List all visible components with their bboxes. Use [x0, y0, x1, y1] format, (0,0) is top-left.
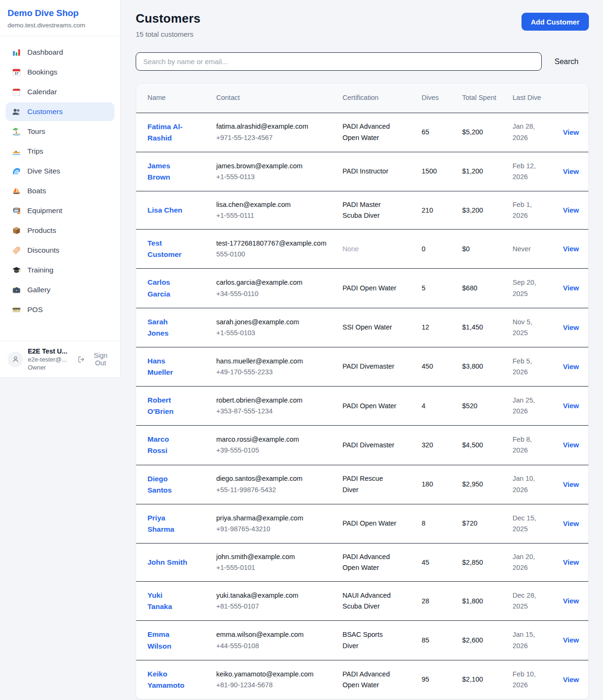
- view-customer-link[interactable]: View: [563, 128, 579, 136]
- search-input[interactable]: [136, 52, 542, 71]
- customer-name-link[interactable]: John Smith: [147, 557, 187, 568]
- shop-domain: demo.test.divestreams.com: [8, 22, 113, 29]
- sidebar-item-equipment[interactable]: Equipment: [6, 201, 114, 220]
- customer-email: marco.rossi@example.com: [216, 434, 336, 445]
- sidebar-item-dashboard[interactable]: Dashboard: [6, 43, 114, 62]
- view-customer-link[interactable]: View: [563, 206, 579, 214]
- customer-name-link[interactable]: Yuki Tanaka: [147, 590, 188, 612]
- training-icon: [12, 265, 21, 275]
- view-customer-link[interactable]: View: [563, 675, 579, 684]
- person-icon: [11, 355, 20, 363]
- customer-name-link[interactable]: James Brown: [147, 160, 188, 183]
- view-customer-link[interactable]: View: [563, 284, 579, 292]
- view-customer-link[interactable]: View: [563, 245, 579, 253]
- last-dive-date: Jan 15, 2026: [513, 629, 543, 651]
- sidebar-item-pos[interactable]: POS: [6, 300, 114, 319]
- customer-name-link[interactable]: Carlos Garcia: [147, 277, 188, 299]
- sidebar-item-label: Training: [27, 266, 53, 274]
- customer-name-link[interactable]: Diego Santos: [147, 473, 188, 496]
- customer-name-link[interactable]: Sarah Jones: [147, 316, 188, 339]
- view-customer-link[interactable]: View: [563, 441, 579, 449]
- customer-email: priya.sharma@example.com: [216, 513, 336, 524]
- last-dive-date: Feb 1, 2026: [513, 199, 543, 221]
- sidebar-item-calendar[interactable]: Calendar: [6, 82, 114, 101]
- sidebar-item-tours[interactable]: Tours: [6, 122, 114, 141]
- customer-phone: +1-555-0113: [216, 172, 336, 182]
- sidebar-item-label: Calendar: [27, 88, 57, 96]
- customer-phone: +971-55-123-4567: [216, 132, 336, 143]
- view-customer-link[interactable]: View: [563, 323, 579, 331]
- table-row: Diego Santosdiego.santos@example.com+55-…: [136, 465, 588, 504]
- customer-name-link[interactable]: Hans Mueller: [147, 355, 188, 378]
- last-dive-date: Jan 10, 2026: [513, 473, 543, 495]
- sidebar-item-bookings[interactable]: 17Bookings: [6, 63, 114, 82]
- customer-name-link[interactable]: Keiko Yamamoto: [147, 668, 188, 691]
- customer-phone: +34-555-0110: [216, 288, 336, 299]
- view-customer-link[interactable]: View: [563, 558, 579, 566]
- customer-phone: +1-555-0103: [216, 328, 336, 338]
- sidebar-item-dive-sites[interactable]: Dive Sites: [6, 162, 114, 181]
- products-icon: [12, 226, 21, 235]
- dives-count: 450: [422, 347, 462, 386]
- customer-name-link[interactable]: Lisa Chen: [147, 205, 182, 216]
- bookings-icon: 17: [12, 67, 21, 77]
- search-button[interactable]: Search: [542, 58, 589, 66]
- customer-phone: +39-555-0105: [216, 445, 336, 456]
- dives-count: 12: [422, 308, 462, 347]
- last-dive-date: Dec 15, 2025: [513, 513, 543, 535]
- customer-phone: +55-11-99876-5432: [216, 485, 336, 495]
- view-customer-link[interactable]: View: [563, 597, 579, 605]
- view-customer-link[interactable]: View: [563, 519, 579, 527]
- customer-name-link[interactable]: Priya Sharma: [147, 512, 188, 535]
- view-customer-link[interactable]: View: [563, 402, 579, 410]
- customer-name-link[interactable]: Robert O'Brien: [147, 395, 188, 417]
- view-customer-link[interactable]: View: [563, 167, 579, 175]
- sidebar-item-label: Discounts: [27, 246, 59, 255]
- customer-phone: +81-90-1234-5678: [216, 680, 336, 691]
- view-customer-link[interactable]: View: [563, 480, 579, 488]
- sidebar-item-gallery[interactable]: Gallery: [6, 280, 114, 299]
- dives-count: 0: [422, 230, 462, 269]
- certification: BSAC Sports Diver: [342, 629, 400, 651]
- sidebar-item-products[interactable]: Products: [6, 221, 114, 240]
- total-spent: $2,950: [462, 465, 513, 504]
- customer-email: fatima.alrashid@example.com: [216, 121, 336, 132]
- table-row: Sarah Jonessarah.jones@example.com+1-555…: [136, 308, 588, 347]
- sidebar-item-label: Gallery: [27, 286, 50, 294]
- sidebar-item-boats[interactable]: Boats: [6, 181, 114, 200]
- customer-name-link[interactable]: Test Customer: [147, 238, 188, 260]
- table-row: James Brownjames.brown@example.com+1-555…: [136, 152, 588, 191]
- trips-icon: [12, 147, 21, 156]
- customer-name-link[interactable]: Marco Rossi: [147, 434, 188, 456]
- sidebar-item-customers[interactable]: Customers: [6, 102, 114, 121]
- avatar: [8, 352, 23, 367]
- customer-phone: +1-555-0111: [216, 210, 336, 221]
- user-section: E2E Test U... e2e-tester@... Owner Sign …: [0, 341, 120, 377]
- sidebar-item-training[interactable]: Training: [6, 261, 114, 280]
- customer-name-link[interactable]: Fatima Al-Rashid: [147, 121, 188, 144]
- sign-out-label: Sign Out: [89, 352, 113, 367]
- view-customer-link[interactable]: View: [563, 636, 579, 644]
- customer-name-link[interactable]: Emma Wilson: [147, 629, 188, 651]
- certification: NAUI Advanced Scuba Diver: [342, 590, 400, 612]
- customer-phone: +353-87-555-1234: [216, 406, 336, 417]
- pos-icon: [12, 305, 21, 314]
- sidebar-item-label: Trips: [27, 147, 43, 156]
- last-dive-date: Jan 28, 2026: [513, 121, 543, 143]
- dives-count: 1500: [422, 152, 462, 191]
- certification: PADI Divemaster: [342, 361, 394, 372]
- customer-email: john.smith@example.com: [216, 552, 336, 562]
- dives-count: 28: [422, 582, 462, 621]
- sidebar-item-trips[interactable]: Trips: [6, 142, 114, 161]
- customers-table-card: NameContactCertificationDivesTotal Spent…: [136, 83, 589, 700]
- sidebar-item-label: Bookings: [27, 68, 57, 76]
- table-row: Priya Sharmapriya.sharma@example.com+91-…: [136, 504, 588, 543]
- dive-sites-icon: [12, 166, 21, 176]
- sidebar-item-label: Products: [27, 226, 56, 235]
- tours-icon: [12, 127, 21, 136]
- sign-out-button[interactable]: Sign Out: [77, 352, 113, 367]
- view-customer-link[interactable]: View: [563, 362, 579, 371]
- sidebar-item-discounts[interactable]: Discounts: [6, 241, 114, 260]
- add-customer-button[interactable]: Add Customer: [522, 13, 589, 31]
- customer-email: test-1772681807767@example.com: [216, 238, 336, 249]
